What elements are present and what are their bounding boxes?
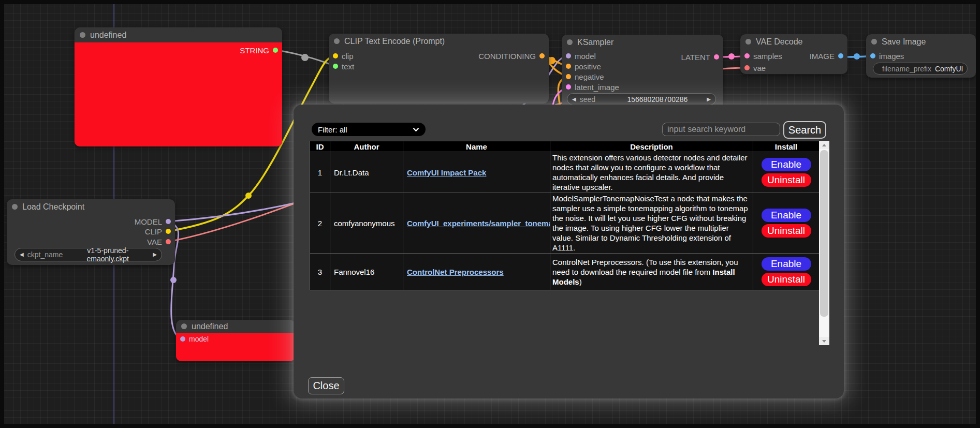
slot-label: STRING bbox=[240, 46, 269, 55]
node-title: CLIP Text Encode (Prompt) bbox=[344, 37, 445, 46]
enable-button[interactable]: Enable bbox=[762, 158, 811, 171]
reroute-dot-image[interactable] bbox=[854, 53, 860, 60]
conditioning-output-socket[interactable] bbox=[539, 53, 545, 58]
reroute-dot-latent[interactable] bbox=[728, 53, 735, 60]
negative-input-socket[interactable] bbox=[566, 74, 571, 79]
col-header-author: Author bbox=[330, 141, 403, 152]
comfyui-canvas[interactable]: undefined STRING CLIP Text Encode (Promp… bbox=[0, 0, 980, 428]
search-button[interactable]: Search bbox=[783, 121, 826, 139]
slot-model-output: MODEL bbox=[7, 217, 175, 226]
node-header: Load Checkpoint bbox=[7, 199, 175, 214]
node-collapse-dot[interactable] bbox=[80, 32, 85, 38]
node-header: VAE Decode bbox=[740, 34, 847, 49]
string-output-socket[interactable] bbox=[273, 48, 278, 53]
cell-id: 3 bbox=[310, 254, 330, 290]
text-input-socket[interactable] bbox=[333, 64, 338, 69]
vae-input-socket[interactable] bbox=[744, 65, 750, 70]
node-load-checkpoint[interactable]: Load Checkpoint MODEL CLIP VAE ◀ ckpt_na… bbox=[7, 199, 175, 265]
node-header: undefined bbox=[176, 320, 295, 333]
slot-positive-input: positive bbox=[562, 62, 723, 70]
node-title: Save Image bbox=[882, 37, 926, 47]
table-row: 1 Dr.Lt.Data ComfyUI Impact Pack This ex… bbox=[310, 152, 820, 193]
scroll-down-button[interactable] bbox=[819, 337, 829, 345]
model-input-socket[interactable] bbox=[180, 336, 185, 342]
node-title: undefined bbox=[90, 31, 126, 40]
latent-image-input-socket[interactable] bbox=[566, 84, 571, 90]
extension-link[interactable]: ComfyUI Impact Pack bbox=[407, 168, 486, 177]
cell-description: ControlNet Preprocessors. (To use this e… bbox=[550, 254, 753, 290]
clip-output-socket[interactable] bbox=[166, 229, 171, 234]
seed-increment-icon[interactable]: ▶ bbox=[707, 97, 711, 102]
node-title: VAE Decode bbox=[756, 37, 802, 47]
node-title: Load Checkpoint bbox=[22, 202, 84, 212]
slot-negative-input: negative bbox=[562, 72, 723, 81]
col-header-description: Description bbox=[550, 141, 753, 152]
node-undefined-bottom[interactable]: undefined model bbox=[176, 320, 295, 361]
image-output-socket[interactable] bbox=[838, 53, 843, 58]
node-title: KSampler bbox=[577, 38, 613, 47]
node-collapse-dot[interactable] bbox=[745, 39, 751, 45]
error-node-body bbox=[75, 42, 282, 146]
node-title: undefined bbox=[192, 322, 228, 331]
slot-latent-output: LATENT bbox=[562, 53, 723, 61]
reroute-dot-model[interactable] bbox=[170, 277, 177, 283]
scrollbar-thumb[interactable] bbox=[820, 150, 828, 317]
table-row: 3 Fannovel16 ControlNet Preprocessors Co… bbox=[310, 254, 820, 290]
node-collapse-dot[interactable] bbox=[12, 204, 18, 210]
cell-id: 1 bbox=[310, 152, 330, 193]
extension-link[interactable]: ComfyUI_experiments/sampler_tonemap bbox=[407, 219, 550, 228]
slot-clip-output: CLIP bbox=[7, 227, 175, 235]
filename-prefix-widget[interactable]: filename_prefix ComfyUI bbox=[873, 63, 968, 75]
table-scrollbar[interactable] bbox=[819, 141, 829, 345]
enable-button[interactable]: Enable bbox=[762, 257, 811, 271]
slot-latent-image-input: latent_image bbox=[562, 83, 723, 91]
cell-author: Fannovel16 bbox=[330, 254, 403, 290]
node-collapse-dot[interactable] bbox=[567, 39, 573, 45]
slot-vae-input: vae bbox=[740, 64, 847, 72]
seed-decrement-icon[interactable]: ◀ bbox=[572, 97, 576, 102]
positive-input-socket[interactable] bbox=[566, 64, 571, 69]
cell-description: ModelSamplerTonemapNoiseTest a node that… bbox=[550, 193, 753, 254]
ckpt-name-widget[interactable]: ◀ ckpt_name v1-5-pruned-emaonly.ckpt ▶ bbox=[14, 248, 162, 261]
reroute-dot-string[interactable] bbox=[301, 54, 309, 61]
node-clip-text-encode[interactable]: CLIP Text Encode (Prompt) clip text COND… bbox=[329, 34, 549, 104]
extension-table-container: ID Author Name Description Install 1 Dr.… bbox=[310, 141, 829, 345]
node-ksampler[interactable]: KSampler model positive negative latent_… bbox=[562, 35, 723, 112]
ckpt-increment-icon[interactable]: ▶ bbox=[153, 252, 157, 257]
enable-button[interactable]: Enable bbox=[762, 209, 811, 222]
node-save-image[interactable]: Save Image images filename_prefix ComfyU… bbox=[866, 34, 976, 78]
reroute-dot-conditioning[interactable] bbox=[548, 57, 555, 64]
node-collapse-dot[interactable] bbox=[334, 38, 340, 44]
slot-text-input: text bbox=[329, 62, 549, 70]
reroute-dot-clip[interactable] bbox=[245, 193, 252, 199]
latent-output-socket[interactable] bbox=[714, 54, 719, 60]
scroll-up-button[interactable] bbox=[819, 141, 829, 149]
extension-manager-dialog: Filter: all Search ID Author Name Descri… bbox=[294, 105, 844, 399]
extension-link[interactable]: ControlNet Preprocessors bbox=[407, 268, 504, 276]
extension-table: ID Author Name Description Install 1 Dr.… bbox=[310, 141, 820, 290]
node-undefined-top[interactable]: undefined STRING bbox=[75, 27, 282, 146]
uninstall-button[interactable]: Uninstall bbox=[762, 173, 811, 187]
slot-model-input: model bbox=[176, 335, 295, 343]
arrow-up-icon bbox=[822, 144, 826, 146]
node-header: CLIP Text Encode (Prompt) bbox=[329, 34, 549, 49]
filter-select-value: Filter: all bbox=[318, 125, 347, 134]
slot-conditioning-output: CONDITIONING bbox=[329, 52, 549, 60]
node-vae-decode[interactable]: VAE Decode samples vae IMAGE bbox=[740, 34, 847, 74]
uninstall-button[interactable]: Uninstall bbox=[762, 273, 811, 286]
model-output-socket[interactable] bbox=[166, 219, 171, 224]
node-collapse-dot[interactable] bbox=[871, 39, 877, 45]
uninstall-button[interactable]: Uninstall bbox=[762, 224, 811, 238]
node-header: KSampler bbox=[562, 35, 723, 50]
images-input-socket[interactable] bbox=[870, 53, 875, 58]
slot-vae-output: VAE bbox=[7, 238, 175, 246]
close-button[interactable]: Close bbox=[308, 377, 344, 394]
filter-select[interactable]: Filter: all bbox=[312, 123, 426, 136]
cell-id: 2 bbox=[310, 193, 330, 254]
search-input[interactable] bbox=[662, 123, 780, 136]
node-collapse-dot[interactable] bbox=[181, 323, 187, 329]
vae-output-socket[interactable] bbox=[166, 239, 171, 244]
ckpt-decrement-icon[interactable]: ◀ bbox=[20, 252, 24, 257]
chevron-down-icon bbox=[413, 127, 419, 132]
seed-widget[interactable]: ◀ seed 156680208700286 ▶ bbox=[567, 93, 716, 105]
